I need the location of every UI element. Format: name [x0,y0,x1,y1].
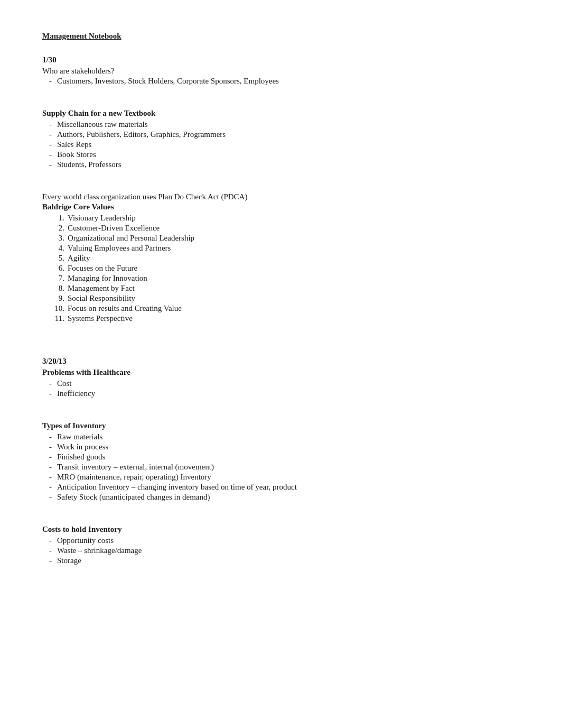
who-are-stakeholders-heading: Who are stakeholders? [42,67,519,76]
dash-icon: - [42,77,52,86]
list-item: - Authors, Publishers, Editors, Graphics… [42,130,519,139]
list-item: - Opportunity costs [42,536,519,545]
costs-heading: Costs to hold Inventory [42,525,519,534]
num-label: 7. [53,274,64,283]
dash-icon: - [42,546,52,555]
list-item: - Anticipation Inventory – changing inve… [42,483,519,492]
list-item-text: Customer-Driven Excellence [68,224,160,233]
num-label: 10. [53,304,64,313]
list-item: - Safety Stock (unanticipated changes in… [42,493,519,502]
list-item: - Raw materials [42,432,519,441]
dash-icon: - [42,463,52,472]
page-title: Management Notebook [42,32,519,41]
dash-icon: - [42,150,52,159]
list-item: - Students, Professors [42,160,519,169]
list-item-text: Systems Perspective [68,314,133,323]
dash-icon: - [42,130,52,139]
baldrige-list: 1. Visionary Leadership 2. Customer-Driv… [42,214,519,323]
dash-icon: - [42,432,52,441]
list-item: 1. Visionary Leadership [42,214,519,223]
list-item-text: Social Responsibility [68,294,135,303]
baldrige-heading: Baldrige Core Values [42,202,519,211]
num-label: 5. [53,254,64,263]
num-label: 9. [53,294,64,303]
list-item-text: Opportunity costs [57,536,114,545]
dash-icon: - [42,379,52,388]
section-1-30: 1/30 Who are stakeholders? - Customers, … [42,56,519,86]
list-item: - Cost [42,379,519,388]
list-item-text: Anticipation Inventory – changing invent… [57,483,297,492]
list-item-text: Authors, Publishers, Editors, Graphics, … [57,130,226,139]
section-3-20-13: 3/20/13 Problems with Healthcare - Cost … [42,357,519,398]
num-label: 11. [53,314,64,323]
list-item: - Inefficiency [42,389,519,398]
dash-icon: - [42,453,52,462]
list-item: - Customers, Investors, Stock Holders, C… [42,77,519,86]
list-item: 4. Valuing Employees and Partners [42,244,519,253]
section-pdca: Every world class organization uses Plan… [42,192,519,323]
list-item: - Storage [42,556,519,565]
dash-icon: - [42,140,52,149]
list-item-text: Customers, Investors, Stock Holders, Cor… [57,77,279,86]
list-item-text: Safety Stock (unanticipated changes in d… [57,493,210,502]
list-item-text: MRO (maintenance, repair, operating) Inv… [57,473,211,482]
list-item: 11. Systems Perspective [42,314,519,323]
list-item-text: Managing for Innovation [68,274,147,283]
list-item-text: Storage [57,556,81,565]
list-item-text: Students, Professors [57,160,121,169]
pdca-intro: Every world class organization uses Plan… [42,192,519,201]
dash-icon: - [42,493,52,502]
list-item: 2. Customer-Driven Excellence [42,224,519,233]
date-3-20-13: 3/20/13 [42,357,519,366]
dash-icon: - [42,556,52,565]
list-item: - Book Stores [42,150,519,159]
list-item-text: Raw materials [57,432,102,441]
num-label: 4. [53,244,64,253]
list-item-text: Visionary Leadership [68,214,136,223]
list-item-text: Focus on results and Creating Value [68,304,182,313]
list-item: - Sales Reps [42,140,519,149]
num-label: 6. [53,264,64,273]
list-item-text: Book Stores [57,150,96,159]
list-item: - Work in process [42,443,519,451]
num-label: 3. [53,234,64,243]
list-item: 6. Focuses on the Future [42,264,519,273]
list-item: - Miscellaneous raw materials [42,120,519,129]
dash-icon: - [42,473,52,482]
num-label: 1. [53,214,64,223]
list-item-text: Sales Reps [57,140,91,149]
date-1-30: 1/30 [42,56,519,64]
inventory-heading: Types of Inventory [42,421,519,430]
list-item-text: Transit inventory – external, internal (… [57,463,214,472]
list-item-text: Valuing Employees and Partners [68,244,171,253]
list-item-text: Finished goods [57,453,105,462]
list-item-text: Focuses on the Future [68,264,137,273]
list-item-text: Work in process [57,443,108,451]
healthcare-heading: Problems with Healthcare [42,368,519,377]
dash-icon: - [42,120,52,129]
dash-icon: - [42,389,52,398]
supply-chain-heading: Supply Chain for a new Textbook [42,109,519,118]
list-item-text: Organizational and Personal Leadership [68,234,194,243]
dash-icon: - [42,443,52,451]
list-item-text: Miscellaneous raw materials [57,120,148,129]
dash-icon: - [42,160,52,169]
list-item-text: Management by Fact [68,284,135,293]
list-item-text: Agility [68,254,90,263]
stakeholders-list: - Customers, Investors, Stock Holders, C… [42,77,519,86]
inventory-list: - Raw materials - Work in process - Fini… [42,432,519,502]
healthcare-list: - Cost - Inefficiency [42,379,519,398]
section-costs-inventory: Costs to hold Inventory - Opportunity co… [42,525,519,565]
dash-icon: - [42,483,52,492]
list-item-text: Inefficiency [57,389,95,398]
list-item: 3. Organizational and Personal Leadershi… [42,234,519,243]
list-item: - Waste – shrinkage/damage [42,546,519,555]
num-label: 8. [53,284,64,293]
list-item: 8. Management by Fact [42,284,519,293]
section-types-of-inventory: Types of Inventory - Raw materials - Wor… [42,421,519,502]
dash-icon: - [42,536,52,545]
list-item-text: Waste – shrinkage/damage [57,546,142,555]
num-label: 2. [53,224,64,233]
list-item: 9. Social Responsibility [42,294,519,303]
list-item: 7. Managing for Innovation [42,274,519,283]
